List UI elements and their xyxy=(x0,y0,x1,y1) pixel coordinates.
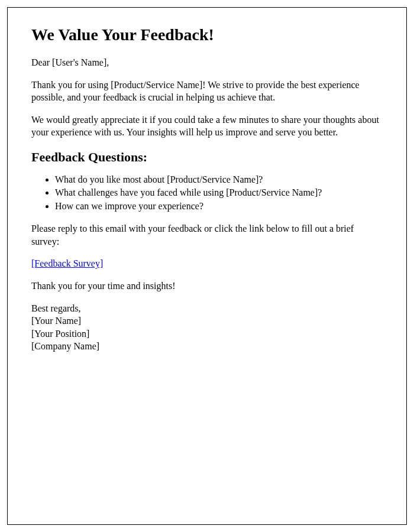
question-item: What do you like most about [Product/Ser… xyxy=(55,173,383,186)
intro-paragraph-2: We would greatly appreciate it if you co… xyxy=(31,113,383,139)
feedback-survey-link[interactable]: [Feedback Survey] xyxy=(31,258,103,268)
signoff-position: [Your Position] xyxy=(31,327,383,340)
survey-link-paragraph: [Feedback Survey] xyxy=(31,257,383,270)
document-page: We Value Your Feedback! Dear [User's Nam… xyxy=(7,7,407,525)
question-item: What challenges have you faced while usi… xyxy=(55,186,383,199)
reply-prompt: Please reply to this email with your fee… xyxy=(31,222,383,248)
questions-heading: Feedback Questions: xyxy=(31,150,383,165)
questions-list: What do you like most about [Product/Ser… xyxy=(55,173,383,213)
intro-paragraph-1: Thank you for using [Product/Service Nam… xyxy=(31,79,383,104)
signoff-company: [Company Name] xyxy=(31,340,383,353)
signoff-name: [Your Name] xyxy=(31,314,383,327)
signoff-regards: Best regards, xyxy=(31,302,383,315)
thanks-text: Thank you for your time and insights! xyxy=(31,280,383,293)
signature-block: Best regards, [Your Name] [Your Position… xyxy=(31,302,383,353)
page-title: We Value Your Feedback! xyxy=(31,25,383,44)
greeting-text: Dear [User's Name], xyxy=(31,56,383,69)
question-item: How can we improve your experience? xyxy=(55,200,383,213)
